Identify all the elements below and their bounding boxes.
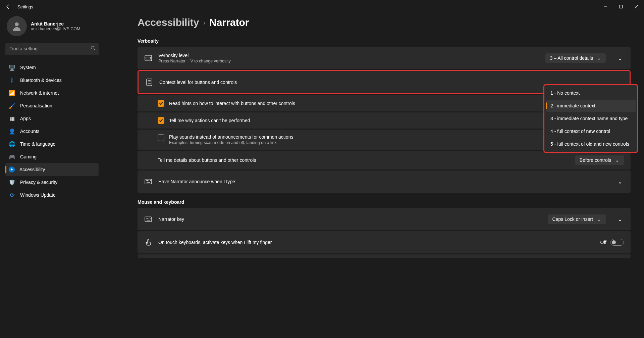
- svg-point-23: [150, 218, 151, 219]
- refresh-icon: ⟳: [9, 192, 15, 198]
- nav-personalisation[interactable]: 🖌️Personalisation: [5, 99, 99, 112]
- monitor-icon: 🖥️: [9, 64, 15, 71]
- svg-point-22: [149, 218, 149, 219]
- tell-details-dropdown[interactable]: Before controls ⌄: [575, 155, 624, 165]
- context-option-3[interactable]: 3 - immediate context name and type: [546, 112, 636, 125]
- chevron-down-icon: ⌄: [618, 216, 622, 223]
- context-option-2[interactable]: 2 - immediate context: [546, 100, 636, 112]
- svg-point-16: [149, 181, 149, 181]
- verbosity-level-sub: Press Narrator + V to change verbosity: [158, 59, 539, 63]
- chevron-down-icon: ⌄: [618, 179, 622, 185]
- context-option-4[interactable]: 4 - full context of new control: [546, 125, 636, 137]
- nav-accounts[interactable]: 👤Accounts: [5, 125, 99, 138]
- brush-icon: 🖌️: [9, 102, 15, 109]
- svg-rect-13: [145, 179, 152, 184]
- nav-system[interactable]: 🖥️System: [5, 61, 99, 74]
- search-icon: [91, 46, 95, 52]
- svg-line-6: [94, 49, 95, 50]
- announce-type-row[interactable]: Have Narrator announce when I type ⌄: [138, 171, 631, 193]
- svg-rect-9: [147, 79, 152, 86]
- chevron-down-icon: ⌄: [597, 56, 601, 60]
- wifi-icon: 📶: [9, 90, 15, 96]
- maximize-button[interactable]: [613, 1, 629, 12]
- keyboard-icon: [144, 178, 152, 186]
- svg-rect-19: [145, 217, 152, 222]
- tell-details-label: Tell me details about buttons and other …: [158, 157, 256, 163]
- nav-gaming[interactable]: 🎮Gaming: [5, 150, 99, 163]
- person-icon: 👤: [9, 128, 15, 135]
- verbosity-level-row[interactable]: Verbosity level Press Narrator + V to ch…: [138, 47, 631, 69]
- section-mouse-title: Mouse and keyboard: [138, 199, 631, 205]
- svg-point-21: [148, 218, 148, 219]
- announce-type-title: Have Narrator announce when I type: [158, 179, 606, 184]
- globe-icon: 🌐: [9, 141, 15, 147]
- narrator-key-row[interactable]: Narrator key Caps Lock or Insert ⌄ ⌄: [138, 208, 631, 230]
- play-sounds-sub: Examples: turning scan mode on and off, …: [169, 140, 293, 145]
- chevron-right-icon: ›: [203, 19, 205, 27]
- user-block[interactable]: Ankit Banerjee ankitbanerjee@LIVE.COM: [5, 13, 99, 43]
- svg-point-20: [146, 218, 147, 219]
- gamepad-icon: 🎮: [9, 153, 15, 160]
- nav-network[interactable]: 📶Network & internet: [5, 87, 99, 99]
- nav-accessibility[interactable]: ✦Accessibility: [5, 163, 99, 176]
- user-email: ankitbanerjee@LIVE.COM: [31, 27, 80, 31]
- svg-rect-1: [620, 5, 623, 8]
- page-title: Narrator: [209, 17, 249, 28]
- touch-toggle-label: Off: [600, 240, 606, 245]
- bluetooth-icon: ᛒ: [9, 77, 15, 84]
- search-input[interactable]: [5, 43, 99, 54]
- why-actions-checkbox[interactable]: [158, 117, 164, 124]
- expand-button[interactable]: ⌄: [616, 54, 624, 62]
- verbosity-level-dropdown[interactable]: 3 – All control details ⌄: [545, 53, 606, 63]
- context-level-dropdown-menu[interactable]: 1 - No context 2 - immediate context 3 -…: [543, 84, 638, 153]
- user-name: Ankit Banerjee: [31, 21, 80, 27]
- close-button[interactable]: [629, 1, 644, 12]
- chevron-down-icon: ⌄: [618, 55, 622, 61]
- minimize-button[interactable]: [598, 1, 613, 12]
- keyboard-icon: [144, 215, 152, 223]
- nav-apps[interactable]: ▦Apps: [5, 112, 99, 125]
- touch-keyboard-title: On touch keyboards, activate keys when I…: [158, 240, 594, 245]
- svg-point-4: [15, 22, 18, 26]
- chevron-down-icon: ⌄: [615, 158, 619, 162]
- touch-keyboard-row[interactable]: On touch keyboards, activate keys when I…: [138, 231, 631, 253]
- card-icon: [144, 54, 152, 62]
- nav-time-language[interactable]: 🌐Time & language: [5, 138, 99, 150]
- avatar: [7, 16, 27, 36]
- svg-point-14: [146, 181, 147, 181]
- verbosity-level-title: Verbosity level: [158, 53, 539, 58]
- play-sounds-checkbox[interactable]: [158, 134, 164, 141]
- breadcrumb-parent[interactable]: Accessibility: [138, 17, 199, 28]
- touch-toggle[interactable]: [610, 239, 624, 246]
- expand-button[interactable]: ⌄: [616, 178, 624, 186]
- svg-point-5: [91, 46, 94, 49]
- expand-button[interactable]: ⌄: [616, 215, 624, 223]
- read-hints-label: Read hints on how to interact with butto…: [169, 101, 295, 106]
- narrator-key-title: Narrator key: [158, 216, 542, 222]
- chevron-down-icon: ⌄: [597, 217, 601, 221]
- why-actions-label: Tell me why actions can't be performed: [169, 118, 250, 123]
- read-hints-checkbox[interactable]: [158, 100, 164, 107]
- nav-privacy[interactable]: 🛡️Privacy & security: [5, 176, 99, 189]
- shield-icon: 🛡️: [9, 179, 15, 186]
- nav-bluetooth[interactable]: ᛒBluetooth & devices: [5, 74, 99, 87]
- tell-details-row: Tell me details about buttons and other …: [138, 151, 631, 170]
- breadcrumb: Accessibility › Narrator: [138, 17, 631, 28]
- section-verbosity-title: Verbosity: [138, 38, 631, 44]
- accessibility-icon: ✦: [9, 166, 15, 173]
- document-icon: [145, 78, 153, 86]
- context-option-1[interactable]: 1 - No context: [546, 87, 636, 99]
- back-button[interactable]: [3, 1, 13, 12]
- touch-icon: [144, 238, 152, 246]
- window-title: Settings: [17, 4, 33, 9]
- narrator-key-dropdown[interactable]: Caps Lock or Insert ⌄: [548, 214, 606, 224]
- context-option-5[interactable]: 5 - full context of old and new controls: [546, 138, 636, 150]
- svg-point-17: [150, 181, 151, 181]
- apps-icon: ▦: [9, 115, 15, 122]
- nav-windows-update[interactable]: ⟳Windows Update: [5, 189, 99, 201]
- svg-rect-8: [146, 57, 151, 59]
- svg-point-15: [148, 181, 148, 181]
- play-sounds-label: Play sounds instead of announcements for…: [169, 134, 293, 140]
